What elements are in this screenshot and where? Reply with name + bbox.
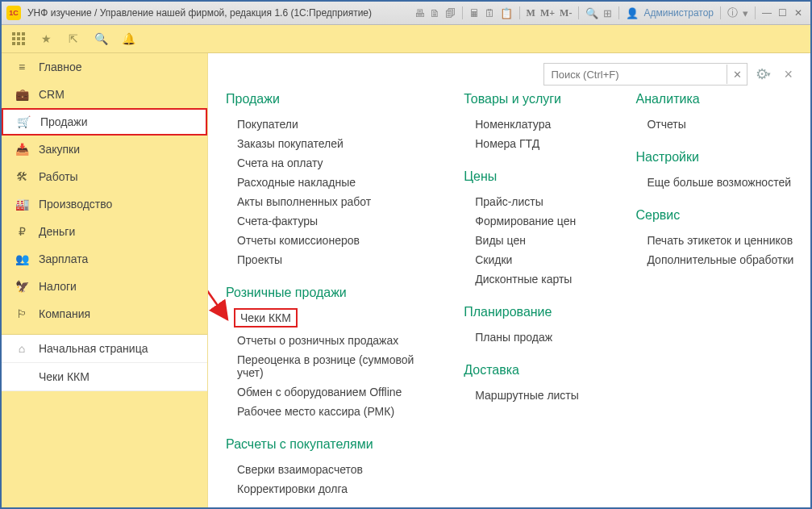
sidebar-item-purchases[interactable]: 📥Закупки [2, 136, 207, 163]
calendar-icon[interactable]: 🗓 [485, 7, 495, 19]
group-goods: Товары и услуги Номенклатура Номера ГТД [464, 92, 603, 153]
eagle-icon: 🦅 [13, 280, 31, 293]
link-rmk[interactable]: Рабочее место кассира (РМК) [226, 402, 431, 421]
zoom-in-icon[interactable]: 🔍 [585, 7, 598, 19]
user-icon: 👤 [626, 7, 639, 19]
link-plans[interactable]: Планы продаж [464, 328, 603, 347]
sidebar-item-label: CRM [39, 88, 65, 101]
close-icon[interactable]: ✕ [794, 7, 806, 19]
link-nomenclature[interactable]: Номенклатура [464, 115, 603, 134]
col-2: Товары и услуги Номенклатура Номера ГТД … [464, 92, 603, 507]
sidebar-item-crm[interactable]: 💼CRM [2, 81, 207, 108]
clipboard-icon[interactable]: 📋 [500, 7, 513, 19]
link-invoices[interactable]: Счета на оплату [226, 153, 431, 173]
sidebar-item-production[interactable]: 🏭Производство [2, 190, 207, 218]
user-name[interactable]: Администратор [643, 7, 714, 19]
sidebar: ≡Главное 💼CRM 🛒Продажи 📥Закупки 🛠Работы … [2, 53, 208, 507]
link-orders[interactable]: Заказы покупателей [226, 134, 431, 153]
link-more[interactable]: Еще больше возможностей [635, 173, 797, 192]
sidebar-item-label: Налоги [39, 280, 77, 293]
link-gtd[interactable]: Номера ГТД [464, 134, 603, 153]
doc-icon[interactable]: 🗐 [445, 7, 456, 19]
m-minus-icon[interactable]: M- [560, 7, 572, 19]
search-icon[interactable]: 🔍 [92, 30, 110, 48]
group-title[interactable]: Цены [464, 169, 603, 184]
group-title[interactable]: Аналитика [635, 92, 797, 106]
clear-icon[interactable]: ✕ [727, 65, 747, 84]
print-icon[interactable]: 🖶 [414, 7, 425, 19]
link-offline[interactable]: Обмен с оборудованием Offline [226, 382, 431, 402]
page-icon[interactable]: 🗎 [430, 7, 440, 19]
group-title[interactable]: Сервис [635, 208, 797, 223]
group-title[interactable]: Настройки [635, 150, 797, 165]
group-title[interactable]: Продажи [226, 92, 431, 106]
sidebar-item-kkm[interactable]: Чеки ККМ [2, 363, 207, 391]
link-checks-kkm[interactable]: Чеки ККМ [234, 308, 298, 328]
group-analytics: Аналитика Отчеты [635, 92, 797, 134]
link-acts[interactable]: Акты выполненных работ [226, 192, 431, 211]
link-revaluation[interactable]: Переоценка в рознице (суммовой учет) [226, 350, 431, 382]
group-title[interactable]: Розничные продажи [226, 286, 431, 300]
sidebar-item-label: Зарплата [39, 252, 88, 265]
gear-icon[interactable]: ⚙▾ [756, 65, 771, 83]
link-discounts[interactable]: Скидки [464, 250, 603, 269]
star-icon[interactable]: ★ [37, 30, 55, 48]
link-reports[interactable]: Отчеты [635, 115, 797, 134]
sidebar-item-company[interactable]: 🏳Компания [2, 300, 207, 328]
sidebar-item-label: Производство [39, 198, 112, 211]
link-pricetypes[interactable]: Виды цен [464, 231, 603, 250]
maximize-icon[interactable]: ☐ [778, 7, 789, 19]
group-title[interactable]: Планирование [464, 305, 603, 319]
sidebar-item-sales[interactable]: 🛒Продажи [2, 108, 207, 136]
sidebar-item-taxes[interactable]: 🦅Налоги [2, 273, 207, 300]
logo-icon: 1C [6, 6, 21, 20]
apps-icon[interactable] [10, 30, 27, 48]
sidebar-item-main[interactable]: ≡Главное [2, 53, 207, 81]
sidebar-item-money[interactable]: ₽Деньги [2, 218, 207, 245]
sidebar-item-label: Деньги [39, 225, 75, 238]
link-commission[interactable]: Отчеты комиссионеров [226, 231, 431, 250]
group-prices: Цены Прайс-листы Формирование цен Виды ц… [464, 169, 603, 289]
group-service: Сервис Печать этикеток и ценников Дополн… [635, 208, 797, 269]
calc-icon[interactable]: 🖩 [469, 7, 480, 19]
sidebar-item-works[interactable]: 🛠Работы [2, 163, 207, 190]
m-icon[interactable]: M [527, 7, 535, 19]
hamburger-icon: ≡ [13, 60, 31, 73]
group-title[interactable]: Расчеты с покупателями [226, 437, 431, 452]
link-reconciliation[interactable]: Сверки взаиморасчетов [226, 460, 431, 479]
sidebar-item-home[interactable]: ⌂Начальная страница [2, 335, 207, 363]
svg-line-0 [208, 142, 227, 319]
tools-icon: 🛠 [13, 170, 31, 183]
pin-icon[interactable]: ⇱ [65, 30, 82, 48]
help-icon[interactable]: ⓘ [727, 6, 738, 20]
link-projects[interactable]: Проекты [226, 250, 431, 269]
group-delivery: Доставка Маршрутные листы [464, 363, 603, 405]
sidebar-item-salary[interactable]: 👥Зарплата [2, 245, 207, 273]
link-processing[interactable]: Дополнительные обработки [635, 250, 797, 269]
minimize-icon[interactable]: — [762, 7, 773, 19]
content-controls: ✕ ⚙▾ × [543, 63, 793, 86]
link-pricelists[interactable]: Прайс-листы [464, 192, 603, 211]
dropdown-icon[interactable]: ▾ [743, 7, 748, 19]
body: ≡Главное 💼CRM 🛒Продажи 📥Закупки 🛠Работы … [2, 53, 810, 507]
flag-icon: 🏳 [13, 307, 31, 320]
link-routes[interactable]: Маршрутные листы [464, 386, 603, 405]
link-retail-reports[interactable]: Отчеты о розничных продажах [226, 331, 431, 350]
search-input[interactable] [544, 65, 727, 83]
panel-close-icon[interactable]: × [784, 66, 793, 83]
group-title[interactable]: Доставка [464, 363, 603, 378]
link-buyers[interactable]: Покупатели [226, 115, 431, 134]
link-debt[interactable]: Корректировки долга [226, 479, 431, 499]
bell-icon[interactable]: 🔔 [119, 30, 137, 48]
home-icon: ⌂ [13, 342, 31, 355]
group-title[interactable]: Товары и услуги [464, 92, 603, 106]
link-pricing[interactable]: Формирование цен [464, 211, 603, 231]
link-waybills[interactable]: Расходные накладные [226, 173, 431, 192]
m-plus-icon[interactable]: M+ [540, 7, 555, 19]
search-box: ✕ [543, 63, 747, 86]
link-cards[interactable]: Дисконтные карты [464, 269, 603, 289]
zoom-box-icon[interactable]: ⊞ [603, 7, 612, 19]
link-factures[interactable]: Счета-фактуры [226, 211, 431, 231]
app-window: 1C УНФ изучение / Управление нашей фирмо… [0, 0, 812, 509]
link-labels[interactable]: Печать этикеток и ценников [635, 231, 797, 250]
